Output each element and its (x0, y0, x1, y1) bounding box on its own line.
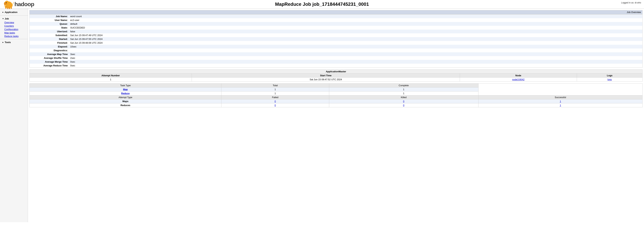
job-value-cell: 0sec (69, 60, 642, 64)
arrow-right-icon-2: ► (2, 41, 4, 43)
sidebar: ► Application ▼ Job Overview Counters Co… (0, 9, 28, 222)
attempt-count-link[interactable]: 0 (274, 100, 276, 103)
node-link[interactable]: node3:8042 (512, 78, 524, 81)
job-value-cell: word count (69, 14, 642, 18)
task-cell: 1 (329, 88, 478, 92)
job-label-cell: Average Reduce Time (30, 64, 69, 68)
attempt-cell: 0 (329, 103, 478, 107)
job-value-cell (69, 48, 642, 52)
job-value-cell: default (69, 22, 642, 26)
sidebar-tools-label: Tools (5, 41, 11, 44)
sidebar-job-section: ▼ Job Overview Counters Configuration Ma… (0, 16, 28, 38)
job-value-cell: Sat Jun 15 09:48:06 UTC 2024 (69, 41, 642, 45)
sidebar-job-header[interactable]: ▼ Job (2, 16, 26, 21)
arrow-right-icon: ► (2, 11, 4, 13)
attempt-count-link[interactable]: 0 (403, 104, 404, 106)
sidebar-divider-2 (0, 39, 28, 39)
sidebar-item-configuration[interactable]: Configuration (2, 28, 26, 31)
overview-link[interactable]: Overview (4, 21, 14, 24)
svg-point-2 (4, 2, 7, 6)
job-label-cell: Submitted: (30, 33, 69, 37)
svg-rect-7 (11, 7, 12, 9)
main-content: Job Overview Job Name:word countUser Nam… (28, 9, 644, 222)
am-table: ApplicationMaster Attempt NumberStart Ti… (30, 70, 642, 82)
job-value-cell: false (69, 30, 642, 33)
job-label-cell: Queue: (30, 22, 69, 26)
sidebar-item-map-tasks[interactable]: Map tasks (2, 31, 26, 34)
task-cell: 1 (222, 88, 329, 92)
svg-point-3 (6, 2, 7, 3)
sidebar-tools-header[interactable]: ► Tools (2, 40, 26, 44)
attempt-cell: Maps (30, 100, 222, 103)
attempt-count-link[interactable]: 1 (560, 100, 561, 103)
map-tasks-link[interactable]: Map tasks (4, 32, 15, 34)
task-cell: Map (30, 88, 222, 92)
job-value-cell: 0sec (69, 64, 642, 68)
job-value-cell: Sat Jun 15 09:47:55 UTC 2024 (69, 37, 642, 41)
task-cell: 1 (222, 92, 329, 96)
svg-rect-5 (7, 7, 8, 9)
job-overview-table: Job Name:word countUser Name:ec2-userQue… (30, 14, 642, 68)
sidebar-application-section: ► Application (0, 10, 28, 15)
sidebar-tools-section: ► Tools (0, 40, 28, 45)
job-label-cell: Finished: (30, 41, 69, 45)
job-value-cell: SUCCEEDED (69, 26, 642, 30)
am-col-header: Attempt Number (30, 74, 192, 78)
sidebar-divider-1 (0, 15, 28, 16)
logo-area: hadoop (3, 0, 34, 9)
job-value-cell: 3sec (69, 52, 642, 56)
task-type-link[interactable]: Map (123, 88, 128, 91)
sidebar-application-label: Application (5, 11, 18, 14)
attempt-cell: Reduces (30, 103, 222, 107)
task-type-link[interactable]: Reduce (121, 92, 130, 95)
attempt-cell: 1 (478, 100, 642, 103)
task-cell: Reduce (30, 92, 222, 96)
svg-rect-6 (9, 7, 10, 9)
sidebar-item-overview[interactable]: Overview (2, 21, 26, 24)
attempt-count-link[interactable]: 0 (274, 104, 276, 106)
attempt-cell: 0 (222, 103, 329, 107)
sidebar-application-header[interactable]: ► Application (2, 10, 26, 14)
job-label-cell: Elapsed: (30, 45, 69, 48)
job-value-cell: 10sec (69, 45, 642, 48)
am-section-title: ApplicationMaster (30, 70, 642, 74)
page-header: hadoop MapReduce Job job_1718444745231_0… (0, 0, 644, 9)
job-label-cell: State: (30, 26, 69, 30)
attempt-cell: 0 (329, 100, 478, 103)
main-layout: ► Application ▼ Job Overview Counters Co… (0, 9, 644, 222)
am-cell: 1 (30, 78, 192, 82)
attempt-count-link[interactable]: 1 (560, 104, 561, 106)
attempt-count-link[interactable]: 0 (403, 100, 404, 103)
job-label-cell: Started: (30, 37, 69, 41)
job-label-cell: Job Name: (30, 14, 69, 18)
job-label-cell: Average Shuffle Time (30, 56, 69, 60)
job-label-cell: Diagnostics: (30, 48, 69, 52)
sidebar-item-reduce-tasks[interactable]: Reduce tasks (2, 34, 26, 38)
attempt-col-header: Failed (222, 96, 329, 100)
reduce-tasks-link[interactable]: Reduce tasks (4, 35, 18, 38)
logs-link[interactable]: logs (608, 78, 612, 81)
job-overview-caption: Job Overview (30, 10, 642, 14)
svg-point-4 (7, 3, 12, 8)
configuration-link[interactable]: Configuration (4, 28, 18, 31)
sidebar-item-counters[interactable]: Counters (2, 24, 26, 28)
job-label-cell: Average Merge Time (30, 60, 69, 64)
attempt-cell: 0 (222, 100, 329, 103)
am-col-header: Start Time (192, 74, 460, 78)
job-value-cell: Sat Jun 15 09:47:49 UTC 2024 (69, 33, 642, 37)
am-col-header: Node (460, 74, 577, 78)
task-col-header: Complete (329, 84, 478, 88)
job-label-cell: Uberized: (30, 30, 69, 33)
attempt-col-header: Attempt Type (30, 96, 222, 100)
am-cell: logs (577, 78, 642, 82)
task-table: Task TypeTotalComplete Map11Reduce11Atte… (30, 83, 642, 107)
counters-link[interactable]: Counters (4, 24, 14, 27)
task-col-header: Task Type (30, 84, 222, 88)
page-title: MapReduce Job job_1718444745231_0001 (275, 2, 369, 7)
attempt-col-header: Killed (329, 96, 478, 100)
attempt-col-header: Successful (478, 96, 642, 100)
job-label-cell: User Name: (30, 18, 69, 22)
hadoop-text: hadoop (14, 1, 34, 8)
sidebar-job-label: Job (5, 17, 9, 20)
task-cell: 1 (329, 92, 478, 96)
